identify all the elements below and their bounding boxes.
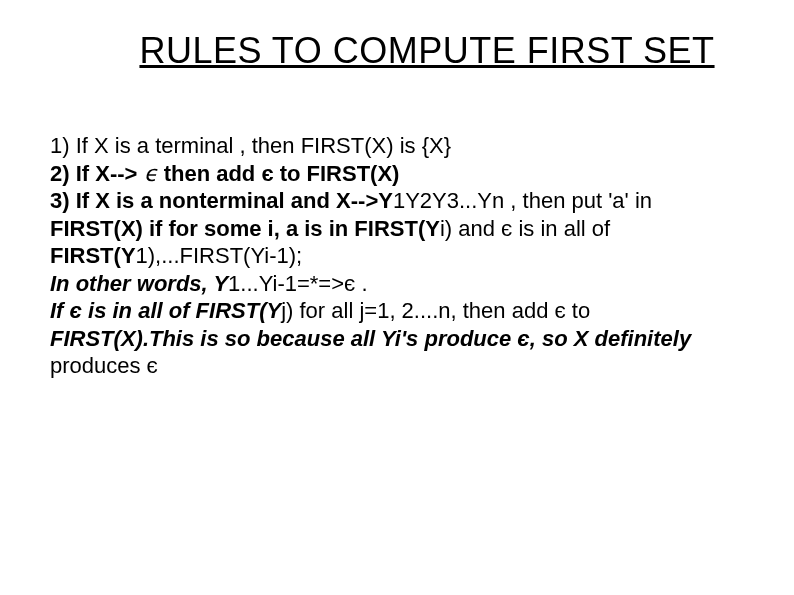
- rule-1: 1) If X is a terminal , then FIRST(X) is…: [50, 133, 451, 158]
- rule-3-part-c: FIRST(X) if for some i, a is in FIRST(Y: [50, 216, 440, 241]
- rule-3-part-h: 1...Yi-1=*=>є .: [228, 271, 367, 296]
- rule-3-part-i: If є is in all of FIRST(Y: [50, 298, 281, 323]
- rule-3-part-l: produces є: [50, 353, 158, 378]
- rule-3-part-a: 3) If X is a nonterminal and X-->Y: [50, 188, 393, 213]
- rule-3-part-e: FIRST(Y: [50, 243, 136, 268]
- rule-3-part-k: FIRST(X).This is so because all Yi's pro…: [50, 326, 691, 351]
- body-text: 1) If X is a terminal , then FIRST(X) is…: [50, 132, 744, 380]
- slide: RULES TO COMPUTE FIRST SET 1) If X is a …: [0, 0, 794, 595]
- rule-3-part-b: 1Y2Y3...Yn , then put 'a' in: [393, 188, 652, 213]
- rule-3-part-j: j) for all j=1, 2....n, then add є to: [281, 298, 590, 323]
- epsilon-symbol: ϵ: [144, 161, 158, 186]
- rule-2-part-a: 2) If X-->: [50, 161, 144, 186]
- rule-3-part-g: In other words, Y: [50, 271, 228, 296]
- page-title: RULES TO COMPUTE FIRST SET: [110, 30, 744, 72]
- rule-3-part-d: i) and є is in all of: [440, 216, 610, 241]
- rule-3-part-f: 1),...FIRST(Yi-1);: [136, 243, 303, 268]
- rule-2-part-b: then add є to FIRST(X): [158, 161, 400, 186]
